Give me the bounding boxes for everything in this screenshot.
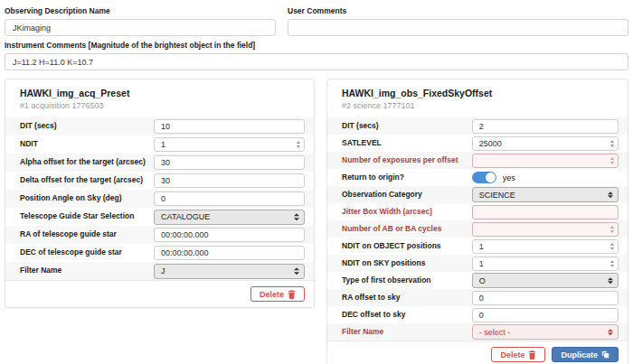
- field-label: SATLEVEL: [342, 139, 472, 148]
- table-row: Position Angle on Sky (deg): [5, 190, 314, 208]
- exposures-per-offset-input[interactable]: [472, 154, 619, 168]
- field-label: NDIT on OBJECT positions: [342, 242, 472, 251]
- instrument-comments-label: Instrument Comments [Magnitude of the br…: [5, 41, 628, 50]
- field-label: Number of exposures per offset: [342, 156, 472, 165]
- dec-guide-star-input[interactable]: [154, 246, 305, 260]
- return-to-origin-toggle[interactable]: [472, 172, 496, 183]
- field-label: Delta offset for the target (arcsec): [20, 176, 154, 185]
- table-row: NDIT on OBJECT positions: [327, 238, 628, 255]
- delete-button[interactable]: Delete: [250, 286, 305, 302]
- od-summary-section: Observing Description Name User Comments…: [5, 4, 628, 70]
- panel-subtitle: #2 science 1777101: [342, 101, 613, 110]
- observing-description-label: Observing Description Name: [5, 6, 276, 15]
- number-spinner-icon[interactable]: [297, 141, 300, 148]
- observation-editor-page: Observing Description Name User Comments…: [0, 0, 633, 364]
- selected-value: - select -: [479, 328, 511, 337]
- field-label: Jitter Box Width (arcsec): [342, 208, 472, 217]
- ra-guide-star-input[interactable]: [154, 228, 305, 242]
- number-spinner-icon[interactable]: [610, 226, 614, 233]
- acquisition-template-panel: HAWKI_img_acq_Preset #1 acquisition 1776…: [5, 79, 315, 308]
- science-template-panel: HAWKI_img_obs_FixedSkyOffset #2 science …: [326, 79, 628, 364]
- panel-subtitle: #1 acquisition 1776503: [20, 101, 299, 110]
- selected-value: CATALOGUE: [161, 212, 210, 221]
- ndit-object-input[interactable]: [472, 239, 619, 254]
- field-label: Alpha offset for the target (arcsec): [20, 158, 154, 167]
- field-label: DEC offset to sky: [342, 311, 472, 320]
- updown-caret-icon: [608, 277, 613, 285]
- observing-description-input[interactable]: [5, 19, 276, 36]
- table-row: DEC offset to sky: [327, 306, 628, 323]
- updown-caret-icon: [608, 191, 613, 199]
- table-row: DIT (secs): [327, 117, 628, 135]
- panel-title: HAWKI_img_acq_Preset: [20, 88, 299, 98]
- field-label: DEC of telescope guide star: [20, 248, 154, 257]
- field-label: NDIT on SKY positions: [342, 259, 472, 268]
- user-comments-label: User Comments: [288, 6, 628, 15]
- field-label: Filter Name: [20, 266, 154, 275]
- guide-star-selection-select[interactable]: CATALOGUE: [154, 210, 305, 225]
- table-row: DIT (secs): [5, 117, 314, 135]
- panel-title: HAWKI_img_obs_FixedSkyOffset: [342, 88, 613, 98]
- first-observation-type-select[interactable]: O: [472, 273, 619, 288]
- number-spinner-icon[interactable]: [610, 157, 614, 164]
- number-spinner-icon[interactable]: [610, 140, 614, 147]
- selected-value: J: [161, 266, 165, 275]
- ndit-sky-input[interactable]: [472, 257, 619, 271]
- dec-offset-sky-input[interactable]: [472, 308, 619, 322]
- table-row: Filter Name - select -: [327, 323, 628, 341]
- table-row: Observation Category SCIENCE: [327, 186, 628, 203]
- number-spinner-icon[interactable]: [610, 260, 614, 267]
- parameter-table: DIT (secs) SATLEVEL Number of exposures …: [327, 117, 628, 341]
- table-row: NDIT on SKY positions: [327, 255, 628, 272]
- field-label: Number of AB or BA cycles: [342, 225, 472, 234]
- updown-caret-icon: [608, 329, 613, 336]
- duplicate-button[interactable]: Duplicate: [552, 347, 619, 362]
- ra-offset-sky-input[interactable]: [472, 291, 619, 305]
- table-row: Telescope Guide Star Selection CATALOGUE: [5, 208, 314, 226]
- table-row: Jitter Box Width (arcsec): [327, 203, 628, 220]
- parameter-table: DIT (secs) NDIT Alpha offset for the tar…: [5, 117, 314, 280]
- table-row: RA of telescope guide star: [5, 226, 314, 244]
- field-label: DIT (secs): [342, 122, 472, 131]
- updown-caret-icon: [294, 213, 299, 220]
- instrument-comments-input[interactable]: [5, 53, 628, 70]
- ab-ba-cycles-input[interactable]: [472, 222, 619, 237]
- ndit-input[interactable]: [154, 137, 305, 152]
- jitter-box-width-input[interactable]: [472, 205, 619, 219]
- table-row: Type of first observation O: [327, 272, 628, 289]
- table-row: NDIT: [5, 135, 314, 154]
- table-row: SATLEVEL: [327, 135, 628, 152]
- selected-value: O: [479, 276, 486, 285]
- number-spinner-icon[interactable]: [610, 243, 614, 250]
- selected-value: SCIENCE: [479, 191, 515, 200]
- dit-input[interactable]: [154, 119, 305, 134]
- satlevel-input[interactable]: [472, 136, 619, 151]
- table-row: DEC of telescope guide star: [5, 244, 314, 262]
- field-label: Filter Name: [342, 328, 472, 337]
- trash-icon: [288, 290, 296, 299]
- field-label: RA offset to sky: [342, 294, 472, 303]
- field-label: Type of first observation: [342, 276, 472, 285]
- delta-offset-input[interactable]: [154, 173, 305, 188]
- field-label: DIT (secs): [20, 122, 154, 131]
- toggle-state-label: yes: [503, 173, 515, 182]
- updown-caret-icon: [294, 267, 299, 275]
- table-row: RA offset to sky: [327, 289, 628, 306]
- field-label: Position Angle on Sky (deg): [20, 194, 154, 203]
- user-comments-input[interactable]: [288, 19, 628, 36]
- table-row: Number of AB or BA cycles: [327, 220, 628, 238]
- table-row: Return to origin? yes: [327, 169, 628, 186]
- filter-name-select[interactable]: J: [154, 264, 305, 279]
- toggle-knob: [486, 173, 496, 182]
- position-angle-input[interactable]: [154, 191, 305, 206]
- observation-category-select[interactable]: SCIENCE: [472, 187, 619, 202]
- table-row: Filter Name J: [5, 262, 314, 280]
- table-row: Alpha offset for the target (arcsec): [5, 154, 314, 172]
- delete-button[interactable]: Delete: [491, 347, 545, 362]
- trash-icon: [528, 350, 536, 359]
- field-label: Telescope Guide Star Selection: [20, 212, 154, 221]
- filter-name-select[interactable]: - select -: [472, 324, 619, 340]
- alpha-offset-input[interactable]: [154, 155, 305, 170]
- table-row: Delta offset for the target (arcsec): [5, 172, 314, 190]
- dit-input[interactable]: [472, 119, 619, 134]
